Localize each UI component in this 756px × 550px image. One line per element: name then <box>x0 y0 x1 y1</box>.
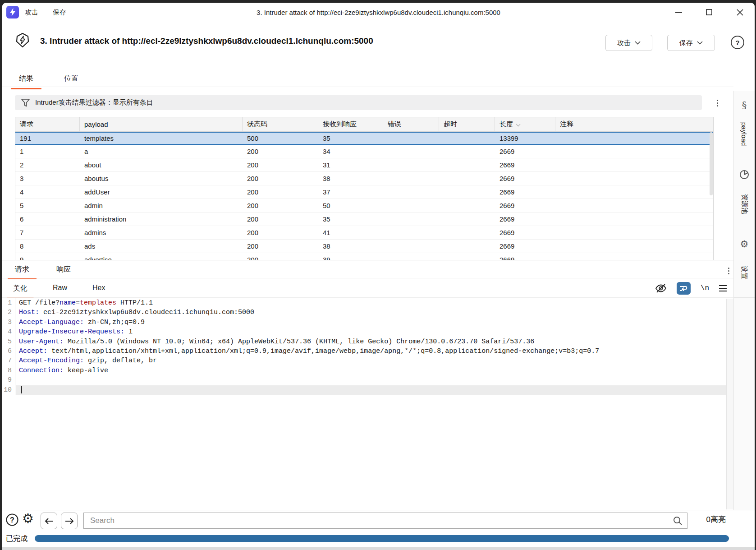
intruder-window: 攻击 保存 3. Intruder attack of http://eci-2… <box>2 3 755 550</box>
line-number: 3 <box>2 318 15 327</box>
cell-length: 2669 <box>495 240 555 253</box>
attack-dropdown-button[interactable]: 攻击 <box>605 35 652 51</box>
column-header-6[interactable]: 长度 <box>495 117 555 131</box>
cell-error <box>383 158 439 171</box>
cell-payload: admin <box>80 199 243 212</box>
minimize-button[interactable] <box>673 6 684 18</box>
filter-bar[interactable]: Intruder攻击结果过滤器：显示所有条目 <box>15 95 702 110</box>
editor-menu-icon[interactable] <box>719 285 727 291</box>
column-header-5[interactable]: 超时 <box>439 117 495 131</box>
eye-slash-icon[interactable] <box>655 283 667 294</box>
cell-note <box>555 213 713 226</box>
table-row[interactable]: 6administration200352669 <box>15 213 713 226</box>
word-wrap-icon[interactable] <box>677 282 691 295</box>
search-input[interactable] <box>84 516 673 525</box>
cell-length: 2669 <box>495 158 555 171</box>
menu-save[interactable]: 保存 <box>53 8 66 17</box>
column-header-4[interactable]: 错误 <box>383 117 439 131</box>
maximize-button[interactable] <box>703 6 715 18</box>
editor-line: 4Upgrade-Insecure-Requests: 1 <box>2 327 733 337</box>
cell-request: 3 <box>15 172 80 185</box>
menu-attack[interactable]: 攻击 <box>25 8 38 17</box>
cell-request: 4 <box>15 185 80 199</box>
column-label: 状态码 <box>247 120 267 129</box>
cell-status: 200 <box>243 213 318 226</box>
column-header-3[interactable]: 接收到响应 <box>318 117 383 131</box>
newline-toggle[interactable]: \n <box>701 284 709 292</box>
table-header-row: 请求payload状态码接收到响应错误超时长度注释 <box>15 117 713 132</box>
cell-received: 39 <box>318 253 383 260</box>
cell-status: 200 <box>243 240 318 253</box>
help-icon[interactable]: ? <box>5 513 19 528</box>
titlebar-menu: 攻击 保存 <box>25 3 66 22</box>
pie-icon <box>739 169 750 180</box>
cell-length: 2669 <box>495 145 555 158</box>
cell-received: 31 <box>318 158 383 171</box>
column-header-7[interactable]: 注释 <box>555 117 713 131</box>
table-row[interactable]: 4addUser200372669 <box>15 185 713 199</box>
sidebar-item-label: 资源池 <box>741 194 747 214</box>
request-editor[interactable]: 1GET /file?name=templates HTTP/1.12Host:… <box>2 298 733 510</box>
view-tab-1[interactable]: Raw <box>50 282 70 298</box>
cell-status: 200 <box>243 172 318 185</box>
cell-length: 2669 <box>495 213 555 226</box>
filter-more-icon[interactable] <box>713 97 722 108</box>
save-dropdown-button[interactable]: 保存 <box>667 35 715 51</box>
gear-icon: ⚙ <box>740 239 749 249</box>
search-icon[interactable] <box>673 516 683 526</box>
cell-timeout <box>439 213 495 226</box>
sidebar-item-settings[interactable]: ⚙ 设置 <box>734 229 755 298</box>
cell-timeout <box>439 158 495 171</box>
line-number: 4 <box>2 327 15 337</box>
sidebar-item-resource-pool[interactable]: 资源池 <box>734 159 755 229</box>
prev-match-button[interactable] <box>41 513 57 529</box>
table-row[interactable]: 1a200342669 <box>15 145 713 158</box>
cell-note <box>555 240 713 253</box>
table-row[interactable]: 9advertise200392669 <box>15 253 713 260</box>
cell-length: 2669 <box>495 172 555 185</box>
column-header-0[interactable]: 请求 <box>15 117 80 131</box>
line-number: 1 <box>2 298 15 308</box>
table-row[interactable]: 191templates5003513399 <box>15 132 713 145</box>
table-row[interactable]: 5admin200502669 <box>15 199 713 213</box>
line-number: 6 <box>2 347 15 356</box>
next-match-button[interactable] <box>61 513 78 529</box>
table-scrollbar[interactable] <box>710 132 713 195</box>
line-number: 5 <box>2 337 15 347</box>
panel-splitter[interactable] <box>2 260 733 260</box>
editor-scrollbar[interactable] <box>726 299 733 509</box>
editor-line: 9 <box>2 375 733 385</box>
app-icon <box>6 6 19 18</box>
line-number: 9 <box>2 375 15 385</box>
editor-line: 5User-Agent: Mozilla/5.0 (Windows NT 10.… <box>2 337 733 347</box>
cell-note <box>555 199 713 212</box>
table-row[interactable]: 8ads200382669 <box>15 240 713 253</box>
column-header-2[interactable]: 状态码 <box>243 117 318 131</box>
cell-payload: about <box>80 158 243 171</box>
view-tab-0[interactable]: 美化 <box>10 282 30 298</box>
help-icon[interactable]: ? <box>731 36 744 49</box>
cell-request: 7 <box>15 226 80 239</box>
table-row[interactable]: 3aboutus200382669 <box>15 172 713 185</box>
gear-icon[interactable]: ⚙ <box>22 512 34 525</box>
cell-received: 34 <box>318 145 383 158</box>
cell-error <box>383 240 439 253</box>
search-box <box>83 513 687 529</box>
cell-request: 8 <box>15 240 80 253</box>
panel-tab-0[interactable]: 请求 <box>11 263 33 279</box>
table-row[interactable]: 2about200312669 <box>15 158 713 172</box>
cell-timeout <box>439 172 495 185</box>
tab-0[interactable]: 结果 <box>14 71 38 89</box>
panel-more-icon[interactable] <box>724 265 733 276</box>
tab-1[interactable]: 位置 <box>60 71 83 89</box>
chevron-down-icon <box>635 41 641 45</box>
page-title: 3. Intruder attack of http://eci-2ze9izt… <box>40 36 373 46</box>
sidebar-item-payload[interactable]: § payload <box>734 91 755 159</box>
cell-request: 1 <box>15 145 80 158</box>
table-row[interactable]: 7admins200412669 <box>15 226 713 240</box>
view-tab-2[interactable]: Hex <box>90 282 108 298</box>
cell-timeout <box>439 133 495 144</box>
panel-tab-1[interactable]: 响应 <box>53 263 74 279</box>
close-button[interactable] <box>734 6 746 18</box>
column-header-1[interactable]: payload <box>80 117 243 131</box>
